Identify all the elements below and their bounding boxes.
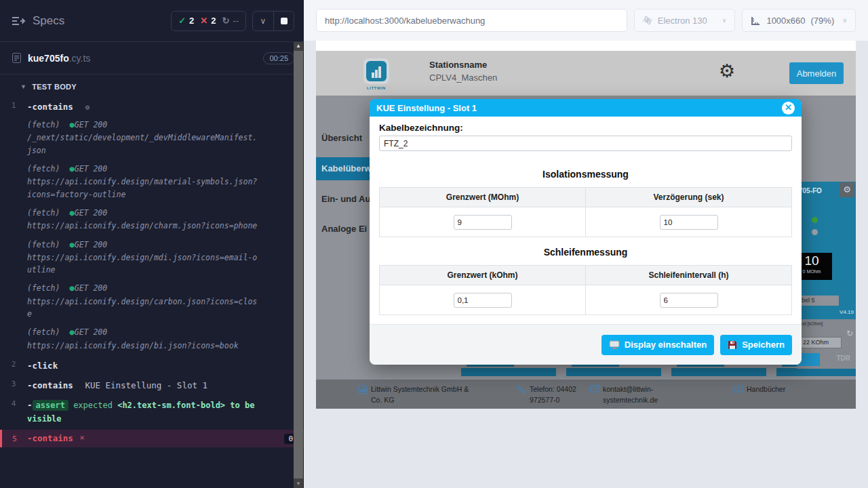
status-dot-icon: ● <box>69 208 74 218</box>
kue-settings-modal: KUE Einstellung - Slot 1 ✕ Kabelbezeichn… <box>370 99 802 365</box>
status-dot-icon: ● <box>69 240 74 249</box>
nav-item-kabelueberwachung[interactable]: Kabelüberw <box>316 157 370 180</box>
display-on-button[interactable]: Display einschalten <box>601 335 714 355</box>
factory-icon <box>358 385 368 394</box>
browser-selector[interactable]: Electron 130 ∨ <box>634 9 736 32</box>
status-dot-icon: ● <box>69 120 74 129</box>
command-name: -click <box>27 361 58 371</box>
chevron-down-icon: ▼ <box>20 83 26 90</box>
loop-interval-input[interactable] <box>660 293 718 308</box>
nav-item-ein-ausgaenge[interactable]: Ein- und Au <box>316 194 370 204</box>
chevron-down-icon: ∨ <box>842 17 847 24</box>
logo-caption: LITTWIN <box>359 86 393 90</box>
ruler-icon <box>751 16 761 26</box>
command-row[interactable]: 3 -contains KUE Einstellung - Slot 1 <box>0 375 304 394</box>
spec-file-icon <box>12 53 21 63</box>
chevron-down-icon: ∨ <box>260 16 267 26</box>
iso-col2-header: Verzögerung (sek) <box>586 188 792 207</box>
command-row-assert[interactable]: 4 -assert expected <h2.text-sm.font-bold… <box>0 394 304 430</box>
phone-icon <box>517 385 526 394</box>
spec-row[interactable]: kue705fo.cy.ts 00:25 <box>0 42 304 75</box>
specs-title[interactable]: Specs <box>33 14 64 28</box>
specs-menu-icon[interactable] <box>12 16 26 26</box>
card-gear-icon[interactable]: ⚙ <box>840 182 854 197</box>
settings-gear-icon[interactable]: ⚙ <box>719 60 735 82</box>
spec-ext: .cy.ts <box>69 53 91 64</box>
nav-item-analoge-eingaenge[interactable]: Analoge Ei <box>316 224 370 234</box>
cable-name-input[interactable] <box>379 136 792 151</box>
command-row[interactable]: 2 -click <box>0 355 304 375</box>
kue-card-partial: 705-FO ⚙ 10 0 MOhm Kabel 5 V4.19 and [kO… <box>797 182 856 369</box>
fetch-log: (fetch)●GET 200https://api.iconify.desig… <box>27 207 258 232</box>
cable-label: Kabel 5 <box>797 296 839 306</box>
collapse-button[interactable]: ∨ <box>253 12 273 30</box>
cypress-reporter: Specs ✓ 2 ✕ 2 ↻ -- ∨ kue705f <box>0 0 304 488</box>
logout-button[interactable]: Abmelden <box>789 62 844 84</box>
scroll-up-icon[interactable]: ▲ <box>294 42 303 50</box>
fail-x-icon: ✕ <box>80 433 85 444</box>
electron-icon <box>643 16 652 25</box>
status-green-dot <box>812 217 818 223</box>
reporter-header: Specs ✓ 2 ✕ 2 ↻ -- ∨ <box>0 0 304 42</box>
footer-email: kontakt@littwin-systemtechnik.de <box>590 384 665 406</box>
command-row[interactable]: 1 -contains ⚙ (fetch)●GET 200/_next/stat… <box>0 96 304 355</box>
save-button[interactable]: Speichern <box>720 335 792 355</box>
assert-badge: assert <box>33 400 68 411</box>
command-name: -contains <box>27 380 73 390</box>
modal-header: KUE Einstellung - Slot 1 ✕ <box>370 99 802 117</box>
run-controls: ∨ <box>252 11 294 31</box>
aut-iframe: LITTWIN Stationsname CPLV4_Maschen ⚙ Abm… <box>316 41 856 409</box>
reporter-scrollbar[interactable]: ▲ ▼ <box>294 42 303 488</box>
email-icon <box>590 385 599 392</box>
status-dot-icon: ● <box>69 283 74 293</box>
command-row-failed[interactable]: 5 -contains ✕ 0 <box>0 430 304 447</box>
chevron-down-icon: ∨ <box>722 17 727 24</box>
iso-limit-input[interactable] <box>454 215 512 230</box>
command-log: 1 -contains ⚙ (fetch)●GET 200/_next/stat… <box>0 96 304 447</box>
iso-delay-input[interactable] <box>660 215 718 230</box>
modal-title: KUE Einstellung - Slot 1 <box>376 103 477 113</box>
loop-col1-header: Grenzwert (kOhm) <box>380 266 586 285</box>
fetch-log: (fetch)●GET 200https://api.iconify.desig… <box>27 163 258 201</box>
loop-limit-input[interactable] <box>454 293 512 308</box>
url-input[interactable] <box>316 9 627 32</box>
floppy-disk-icon <box>728 340 737 350</box>
stat-pending: ↻ -- <box>222 16 239 26</box>
loop-col2-header: Schleifenintervall (h) <box>586 266 792 285</box>
refresh-icon[interactable]: ↻ <box>846 329 853 338</box>
spec-name: kue705fo <box>28 53 69 64</box>
assert-selector: <h2.text-sm.font-bold> <box>117 401 225 410</box>
book-icon <box>734 385 743 393</box>
card-lower-panel: and [kOhm] ↻ 22 KOhm TDR <box>797 319 856 369</box>
x-icon: ✕ <box>200 16 208 26</box>
close-icon[interactable]: ✕ <box>782 102 795 115</box>
url-toolbar: Electron 130 ∨ 1000x660 (79%) ∨ <box>304 0 868 41</box>
nav-item-uebersicht[interactable]: Übersicht <box>316 133 370 143</box>
iso-table: Grenzwert (MOhm) Verzögerung (sek) <box>379 187 792 237</box>
scroll-down-icon[interactable]: ▼ <box>294 480 303 488</box>
loop-heading: Schleifenmessung <box>379 247 792 258</box>
viewport-selector[interactable]: 1000x660 (79%) ∨ <box>742 9 856 32</box>
test-body-toggle[interactable]: ▼ TEST BODY <box>0 75 304 96</box>
footer-company: Littwin Systemtechnik GmbH & Co. KG <box>358 384 480 406</box>
stop-button[interactable] <box>273 12 294 30</box>
refresh-icon: ↻ <box>222 16 229 26</box>
version-label: V4.19 <box>840 309 854 315</box>
aut-stage: Electron 130 ∨ 1000x660 (79%) ∨ LITTWIN … <box>304 0 868 488</box>
iso-heading: Isolationsmessung <box>379 169 792 180</box>
command-name: -contains <box>27 102 73 112</box>
app-footer: Littwin Systemtechnik GmbH & Co. KG Tele… <box>316 380 856 409</box>
footer-manuals[interactable]: Handbücher <box>734 384 815 395</box>
status-grey-dot <box>812 229 818 235</box>
loop-table: Grenzwert (kOhm) Schleifenintervall (h) <box>379 265 792 315</box>
status-dot-icon: ● <box>69 164 74 174</box>
scrollbar-thumb[interactable] <box>294 51 303 479</box>
command-value: KUE Einstellung - Slot 1 <box>85 380 208 390</box>
stop-icon <box>281 18 288 24</box>
fetch-log: (fetch)●GET 200https://api.iconify.desig… <box>27 239 258 277</box>
fetch-log: (fetch)●GET 200https://api.iconify.desig… <box>27 326 258 352</box>
app-header: LITTWIN Stationsname CPLV4_Maschen ⚙ Abm… <box>316 51 856 96</box>
station-name: CPLV4_Maschen <box>429 73 497 83</box>
fetch-log: (fetch)●GET 200/_next/static/development… <box>27 119 258 157</box>
monitor-icon <box>609 340 620 350</box>
